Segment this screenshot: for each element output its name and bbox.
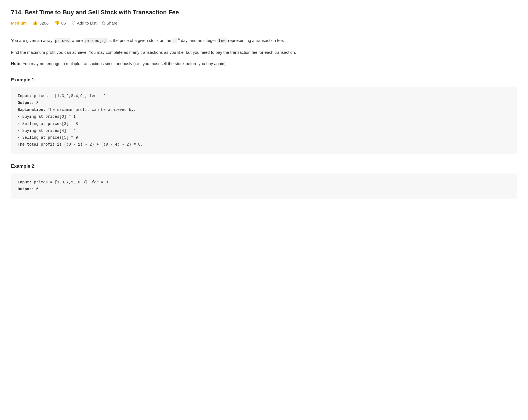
example-1-explanation-text: The maximum profit can be achieved by: <box>46 108 136 112</box>
downvote-count: 86 <box>61 21 66 25</box>
example-1-step: - Buying at prices[4] = 4 <box>18 127 510 134</box>
example-1-steps: - Buying at prices[0] = 1- Selling at pr… <box>18 113 510 148</box>
example-1-step: - Selling at prices[5] = 9 <box>18 134 510 141</box>
example-1-output-value: 8 <box>34 101 39 105</box>
example-1-step: - Buying at prices[0] = 1 <box>18 113 510 120</box>
fee-code: fee <box>217 38 227 43</box>
add-to-list-label: Add to List <box>77 21 97 25</box>
example-2-heading: Example 2: <box>11 164 517 169</box>
i-code: i <box>172 38 177 43</box>
example-2-output-value: 6 <box>34 187 39 191</box>
note-label: Note: <box>11 61 22 66</box>
desc-p1-text4: day, and an integer <box>180 38 217 43</box>
share-label: Share <box>106 21 118 25</box>
example-2-input-line: Input: prices = [1,3,7,5,10,3], fee = 3 <box>18 179 510 186</box>
prices-code: prices <box>54 38 70 43</box>
description-note: Note: You may not engage in multiple tra… <box>11 60 517 67</box>
example-1-output-label: Output: <box>18 101 34 105</box>
desc-p1-text2: where <box>70 38 84 43</box>
description-paragraph-1: You are given an array prices where pric… <box>11 37 517 44</box>
thumbs-up-icon: 👍 <box>32 20 38 26</box>
problem-body: You are given an array prices where pric… <box>11 37 517 67</box>
example-1-step: - Selling at prices[3] = 8 <box>18 121 510 127</box>
desc-p1-text3: is the price of a given stock on the <box>108 38 172 43</box>
example-1-input-value: prices = [1,3,2,8,4,9], fee = 2 <box>31 94 106 98</box>
desc-p1-text1: You are given an array <box>11 38 54 43</box>
example-2-input-label: Input: <box>18 180 31 184</box>
superscript-th: th <box>177 38 180 41</box>
downvote-button[interactable]: 👎 86 <box>54 20 66 26</box>
add-to-list-button[interactable]: ♡ Add to List <box>71 20 97 26</box>
example-1-block: Input: prices = [1,3,2,8,4,9], fee = 2 O… <box>11 87 517 154</box>
example-1-explanation-line: Explanation: The maximum profit can be a… <box>18 106 510 113</box>
example-1-output-line: Output: 8 <box>18 100 510 106</box>
prices-i-code: prices[i] <box>84 38 108 43</box>
example-1-explanation-label: Explanation: <box>18 108 46 112</box>
meta-row: Medium 👍 3266 👎 86 ♡ Add to List ⎙ Share <box>11 20 517 30</box>
upvote-count: 3266 <box>39 21 49 25</box>
example-2-block: Input: prices = [1,3,7,5,10,3], fee = 3 … <box>11 173 517 198</box>
example-1-heading: Example 1: <box>11 77 517 83</box>
example-1-input-label: Input: <box>18 94 31 98</box>
thumbs-down-icon: 👎 <box>54 20 60 26</box>
example-1-step: The total profit is ((8 - 1) - 2) + ((9 … <box>18 141 510 148</box>
problem-title: 714. Best Time to Buy and Sell Stock wit… <box>11 9 517 16</box>
note-text: You may not engage in multiple transacti… <box>22 61 227 66</box>
share-icon: ⎙ <box>102 21 105 26</box>
example-2-output-label: Output: <box>18 187 34 191</box>
example-2-output-line: Output: 6 <box>18 186 510 193</box>
examples-section: Example 1: Input: prices = [1,3,2,8,4,9]… <box>11 77 517 199</box>
example-1-input-line: Input: prices = [1,3,2,8,4,9], fee = 2 <box>18 93 510 100</box>
desc-p1-text5: representing a transaction fee. <box>227 38 284 43</box>
heart-icon: ♡ <box>71 20 75 26</box>
share-button[interactable]: ⎙ Share <box>102 21 118 26</box>
description-paragraph-2: Find the maximum profit you can achieve.… <box>11 49 517 56</box>
example-2-input-value: prices = [1,3,7,5,10,3], fee = 3 <box>31 180 108 184</box>
difficulty-badge[interactable]: Medium <box>11 21 27 25</box>
upvote-button[interactable]: 👍 3266 <box>32 20 49 26</box>
